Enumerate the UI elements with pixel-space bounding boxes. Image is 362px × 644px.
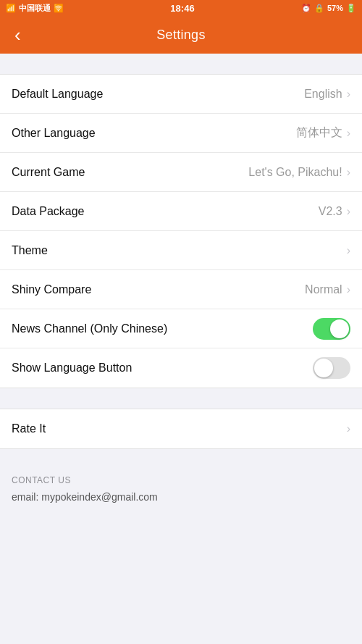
data-package-label: Data Package (12, 205, 85, 218)
news-channel-label: News Channel (Only Chinese) (12, 322, 167, 335)
alarm-icon: ⏰ (301, 4, 311, 13)
current-game-value: Let's Go, Pikachu! (248, 166, 342, 179)
show-language-button-right (313, 357, 350, 379)
shiny-compare-value: Normal (305, 283, 342, 296)
rate-section: Rate It › (0, 409, 362, 449)
chevron-icon: › (347, 283, 350, 296)
settings-item-rate-it[interactable]: Rate It › (0, 409, 362, 448)
chevron-icon: › (347, 166, 350, 179)
top-gap (0, 54, 362, 74)
news-channel-right (313, 318, 350, 340)
news-channel-thumb (330, 319, 349, 338)
shiny-compare-right: Normal › (305, 283, 350, 296)
contact-section-label: CONTACT US (12, 475, 350, 485)
back-button[interactable]: ‹ (9, 18, 27, 52)
back-icon: ‹ (14, 24, 21, 46)
default-language-value: English (304, 88, 342, 101)
default-language-right: English › (304, 88, 350, 101)
settings-item-news-channel[interactable]: News Channel (Only Chinese) (0, 309, 362, 348)
page-title: Settings (156, 28, 205, 43)
show-language-button-track (313, 357, 350, 379)
shiny-compare-label: Shiny Compare (12, 283, 91, 296)
theme-right: › (345, 244, 350, 257)
mid-gap (0, 388, 362, 409)
chevron-icon: › (347, 205, 350, 218)
other-language-right: 简体中文 › (296, 125, 350, 141)
settings-item-data-package[interactable]: Data Package V2.3 › (0, 192, 362, 231)
wifi-icon: 🛜 (54, 4, 64, 13)
nav-bar: ‹ Settings (0, 16, 362, 54)
settings-item-current-game[interactable]: Current Game Let's Go, Pikachu! › (0, 153, 362, 192)
chevron-icon: › (347, 127, 350, 140)
battery-icon: 🔋 (346, 4, 356, 13)
rate-it-label: Rate It (12, 422, 46, 435)
news-channel-toggle[interactable] (313, 318, 350, 340)
default-language-label: Default Language (12, 88, 103, 101)
other-language-value: 简体中文 (296, 125, 342, 141)
contact-email: email: mypokeindex@gmail.com (12, 491, 350, 503)
settings-item-other-language[interactable]: Other Language 简体中文 › (0, 114, 362, 153)
carrier-label: 中国联通 (19, 3, 51, 14)
contact-section: CONTACT US email: mypokeindex@gmail.com (0, 464, 362, 509)
battery-label: 57% (327, 4, 343, 12)
data-package-value: V2.3 (319, 205, 342, 218)
other-language-label: Other Language (12, 127, 96, 140)
settings-item-show-language-button[interactable]: Show Language Button (0, 348, 362, 388)
show-language-button-toggle[interactable] (313, 357, 350, 379)
contact-gap (0, 449, 362, 464)
theme-label: Theme (12, 244, 48, 257)
chevron-icon: › (347, 88, 350, 101)
data-package-right: V2.3 › (319, 205, 350, 218)
status-right: ⏰ 🔒 57% 🔋 (301, 4, 356, 13)
settings-item-shiny-compare[interactable]: Shiny Compare Normal › (0, 270, 362, 309)
settings-group-main: Default Language English › Other Languag… (0, 74, 362, 388)
status-left: 📶 中国联通 🛜 (6, 3, 64, 14)
status-time: 18:46 (170, 3, 194, 14)
chevron-icon: › (347, 244, 350, 257)
rate-it-right: › (345, 422, 350, 435)
news-channel-track (313, 318, 350, 340)
current-game-label: Current Game (12, 166, 85, 179)
settings-item-default-language[interactable]: Default Language English › (0, 75, 362, 114)
chevron-icon: › (347, 422, 350, 435)
carrier-icon: 📶 (6, 4, 16, 13)
status-bar: 📶 中国联通 🛜 18:46 ⏰ 🔒 57% 🔋 (0, 0, 362, 16)
current-game-right: Let's Go, Pikachu! › (248, 166, 350, 179)
rotate-icon: 🔒 (314, 4, 324, 13)
show-language-button-label: Show Language Button (12, 361, 132, 375)
settings-item-theme[interactable]: Theme › (0, 231, 362, 270)
show-language-button-thumb (314, 359, 333, 377)
